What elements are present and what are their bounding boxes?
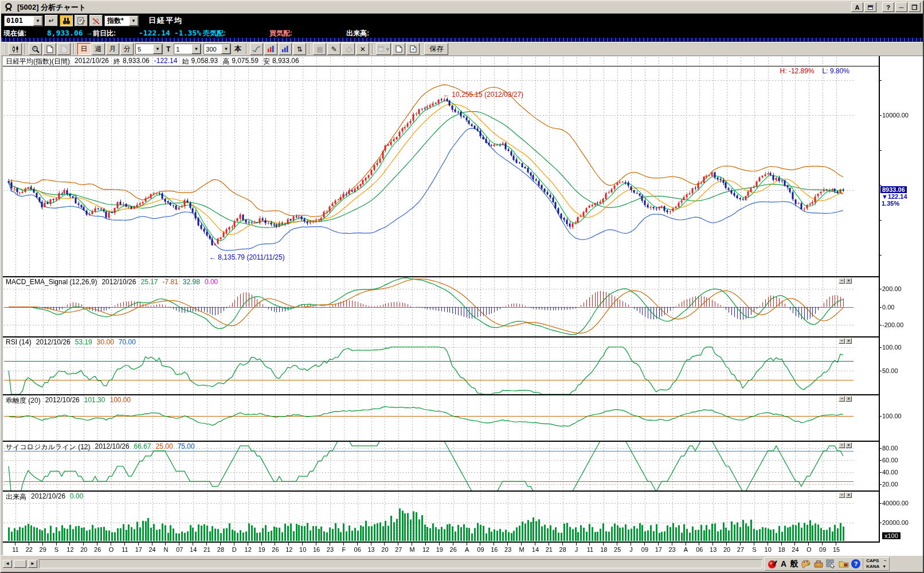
y-axis-label: 100.00: [882, 344, 902, 351]
ime-toolbox-icon[interactable]: [813, 559, 824, 568]
divider-strip: [1, 38, 923, 42]
y-axis-label: -200.00: [882, 321, 903, 328]
panel-minimize-button[interactable]: −: [839, 338, 845, 344]
collapse-icon[interactable]: −: [882, 558, 886, 564]
symbol-toolbar: ▼ ↵ 指数* ▼ 日経平均: [1, 14, 923, 28]
change-percent-value: -1.35%: [174, 29, 201, 37]
zoom-button[interactable]: [29, 43, 42, 55]
draw-clear-button[interactable]: [89, 15, 103, 26]
save-button[interactable]: 保存: [424, 43, 448, 55]
chart-title: 日経平均(指数)(日間): [6, 57, 70, 66]
enter-button[interactable]: ↵: [45, 15, 58, 26]
chart-toolbar: 日 週 月 分 5 ▼ T 1 ▼ 300 ▼ 本 ⇅ ▦ ✎: [1, 42, 923, 56]
panel-minimize-button[interactable]: −: [839, 278, 845, 284]
line-chart-button[interactable]: [250, 43, 263, 55]
x-axis-label: 28: [214, 546, 228, 553]
font-size-button[interactable]: A: [851, 2, 863, 12]
panel-close-button[interactable]: ×: [845, 396, 852, 402]
symbol-code-combo: ▼: [4, 15, 43, 26]
panel-separator: [3, 490, 880, 492]
window-style-button[interactable]: [864, 2, 876, 12]
options-icon[interactable]: ▼: [882, 564, 886, 570]
symbol-name: 日経平均: [148, 15, 183, 26]
ime-input-mode[interactable]: A: [780, 559, 787, 568]
grid-button[interactable]: ▦: [313, 43, 326, 55]
period-week-button[interactable]: 週: [92, 43, 105, 55]
scroll-left-button[interactable]: ◄: [3, 560, 12, 568]
save-page-button[interactable]: [392, 43, 405, 55]
scrollbar-thumb[interactable]: [14, 560, 26, 568]
period-month-button[interactable]: 月: [106, 43, 119, 55]
minute-interval-select[interactable]: 5 ▼: [135, 44, 163, 54]
memo-button[interactable]: [75, 15, 88, 26]
scroll-right-button[interactable]: ►: [28, 560, 37, 568]
price-bar: 現在値: 8,933.06 → 前日比: -122.14 -1.35% 売気配:…: [1, 28, 923, 38]
ime-help-icon[interactable]: ?: [851, 559, 860, 568]
chart-canvas[interactable]: [3, 56, 879, 543]
symbol-search-button[interactable]: [60, 15, 73, 26]
ime-dictionary-icon[interactable]: [839, 559, 849, 568]
analysis-chart-window: [5002] 分析チャート A ? ─ ❐ ▼ ↵ 指数* ▼ 日経平均: [0, 0, 924, 573]
panel-minimize-button[interactable]: −: [839, 442, 845, 448]
direction-arrow-icon: →: [86, 29, 93, 37]
x-axis-label: 12: [419, 546, 433, 553]
app-logo-icon: [3, 3, 14, 12]
x-axis-label: 12: [241, 546, 255, 553]
period-day-button[interactable]: 日: [77, 43, 91, 55]
candlestick-chart-button[interactable]: [9, 43, 22, 55]
bar-count-select[interactable]: 300 ▼: [203, 44, 231, 54]
panel-close-button[interactable]: ×: [845, 492, 852, 498]
panel-close-button[interactable]: ×: [845, 442, 852, 448]
draw-line-button[interactable]: ✎: [327, 43, 340, 55]
help-button[interactable]: ?: [882, 2, 894, 12]
ime-pen-icon[interactable]: [768, 559, 778, 569]
current-price-marker: 8933.06 ▼122.14 1.35%: [880, 186, 923, 207]
category-dropdown-icon: ▼: [129, 16, 138, 26]
scale-updown-button[interactable]: ⇅: [293, 43, 306, 55]
restore-button[interactable]: ❐: [909, 2, 921, 12]
symbol-code-dropdown[interactable]: ▼: [33, 16, 42, 26]
ime-conversion-mode[interactable]: 般: [789, 559, 798, 569]
change-label-caption: 前日比:: [93, 29, 116, 38]
tick-interval-select[interactable]: 1 ▼: [174, 44, 201, 54]
window-layout-button[interactable]: ▾: [376, 43, 391, 55]
current-change: ▼122.14: [880, 193, 923, 200]
eraser-button[interactable]: [342, 43, 355, 55]
titlebar[interactable]: [5002] 分析チャート A ? ─ ❐: [1, 1, 923, 14]
panel-separator: [3, 394, 880, 395]
x-axis-label: 10: [296, 546, 310, 553]
x-axis-label: 13: [365, 546, 378, 553]
no-draw-icon: [92, 17, 100, 25]
y-axis-gutter: 10000.00200.000.00-200.00100.0050.00100.…: [882, 56, 923, 543]
psychological-panel-header: サイコロジカルライン (12)2012/10/26 66.67 25.00 75…: [6, 442, 195, 452]
x-axis-label: 19: [255, 546, 269, 553]
x-axis-label: 22: [22, 546, 36, 553]
copy-page-button[interactable]: [57, 43, 71, 55]
y-axis-label: 20000.00: [882, 519, 909, 526]
category-select[interactable]: 指数* ▼: [104, 15, 139, 26]
panel-minimize-button[interactable]: −: [839, 396, 845, 402]
histogram-red-button[interactable]: [264, 43, 277, 55]
panel-minimize-button[interactable]: −: [839, 492, 845, 498]
x-axis-label: 27: [391, 546, 405, 553]
x-axis-label: J: [570, 546, 584, 553]
toolbar-grip[interactable]: [3, 44, 6, 54]
load-page-button[interactable]: [406, 43, 420, 55]
y-axis-label: 50.00: [882, 367, 898, 374]
ime-tools-pointer-icon[interactable]: [826, 559, 836, 568]
histogram-blue-button[interactable]: [279, 43, 292, 55]
panel-close-button[interactable]: ×: [845, 338, 852, 344]
panel-close-button[interactable]: ×: [845, 278, 852, 284]
new-page-button[interactable]: [43, 43, 56, 55]
x-axis-label: N: [159, 546, 173, 553]
x-axis-label: 25: [610, 546, 624, 553]
delete-all-button[interactable]: ✕: [356, 43, 369, 55]
ime-palette-icon[interactable]: [801, 559, 811, 568]
y-axis-label: 80.00: [882, 445, 898, 452]
category-value: 指数*: [107, 16, 129, 26]
minimize-button[interactable]: ─: [895, 2, 907, 12]
tick-interval-value: 1: [174, 46, 191, 53]
period-minute-button[interactable]: 分: [120, 43, 134, 55]
symbol-code-input[interactable]: [5, 16, 33, 26]
x-axis-label: 16: [310, 546, 323, 553]
